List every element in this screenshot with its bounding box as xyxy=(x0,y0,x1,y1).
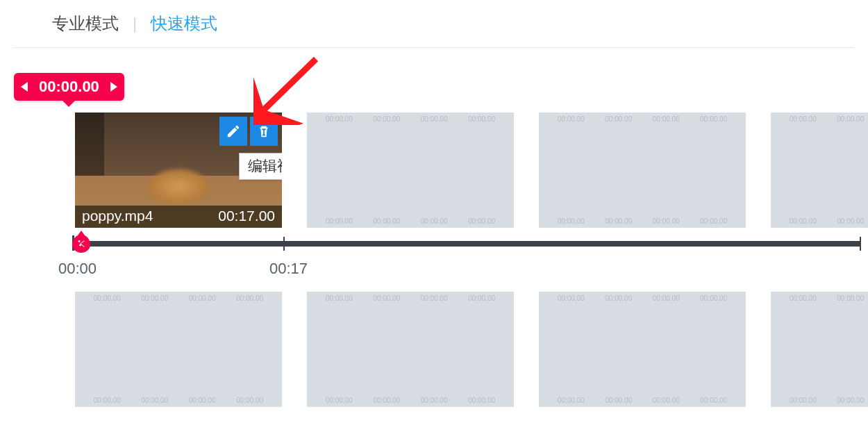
clip-duration: 00:17.00 xyxy=(218,208,275,224)
clip-row-2: 00:00.0000:00.0000:00.0000:00.00 00:00.0… xyxy=(75,292,861,407)
pencil-icon xyxy=(226,124,241,139)
timeline-tick xyxy=(283,237,285,251)
clip-row-1: 编辑视频 poppy.mp4 00:17.00 00:00.0000:00.00… xyxy=(75,112,861,228)
clip-placeholder[interactable]: 00:00.0000:00.0000:00.0000:00.00 00:00.0… xyxy=(771,292,868,407)
tab-divider: | xyxy=(133,14,137,33)
timeline-label-end: 00:17 xyxy=(269,260,308,278)
edit-tooltip: 编辑视频 xyxy=(239,153,282,180)
clip-placeholder[interactable]: 00:00.0000:00.0000:00.0000:00.00 00:00.0… xyxy=(307,292,514,407)
tab-quick-mode[interactable]: 快速模式 xyxy=(151,12,217,35)
playhead-prev-icon[interactable] xyxy=(21,82,28,92)
clip-filename: poppy.mp4 xyxy=(82,208,153,224)
playhead-indicator[interactable]: 00:00.00 xyxy=(14,73,124,101)
clip-caption: poppy.mp4 00:17.00 xyxy=(75,206,282,228)
timeline-ruler[interactable] xyxy=(72,241,861,247)
edit-clip-button[interactable] xyxy=(219,117,247,146)
clip-video[interactable]: 编辑视频 poppy.mp4 00:17.00 xyxy=(75,112,282,228)
clip-placeholder[interactable]: 00:00.0000:00.0000:00.0000:00.00 00:00.0… xyxy=(539,112,746,228)
trash-icon xyxy=(256,124,272,139)
timeline-tick xyxy=(860,237,861,251)
playhead-next-icon[interactable] xyxy=(110,82,117,92)
scissors-icon xyxy=(76,239,86,249)
clip-area: 编辑视频 poppy.mp4 00:17.00 00:00.0000:00.00… xyxy=(75,112,861,407)
annotation-arrow-icon xyxy=(253,56,323,125)
playhead-time: 00:00.00 xyxy=(32,78,106,96)
tab-pro-mode[interactable]: 专业模式 xyxy=(52,12,119,35)
clip-placeholder[interactable]: 00:00.0000:00.0000:00.0000:00.00 00:00.0… xyxy=(307,112,514,228)
timeline-label-start: 00:00 xyxy=(58,260,97,278)
cut-marker[interactable] xyxy=(72,235,90,253)
clip-placeholder[interactable]: 00:00.0000:00.0000:00.0000:00.00 00:00.0… xyxy=(75,292,282,407)
svg-line-0 xyxy=(264,59,316,110)
clip-placeholder[interactable]: 00:00.0000:00.0000:00.0000:00.00 00:00.0… xyxy=(539,292,746,407)
clip-placeholder[interactable]: 00:00.0000:00.0000:00.0000:00.00 00:00.0… xyxy=(771,112,868,228)
mode-tabs: 专业模式 | 快速模式 xyxy=(14,0,854,48)
